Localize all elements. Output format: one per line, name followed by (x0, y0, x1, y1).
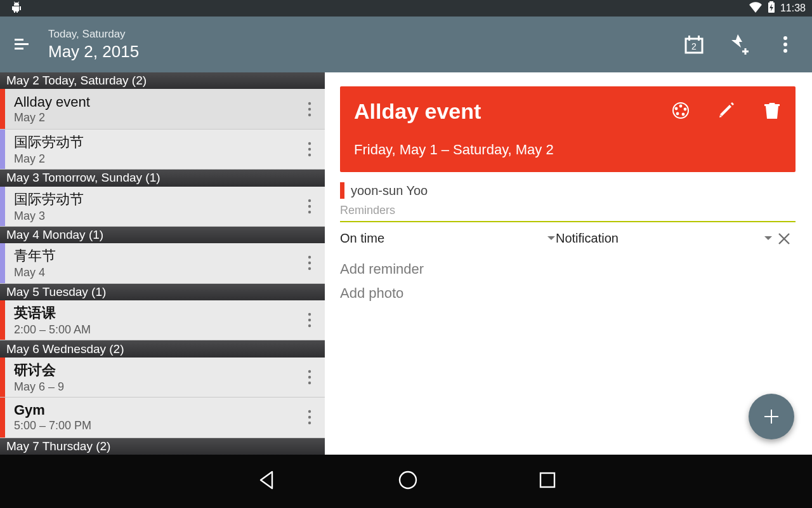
event-header-card: Allday event Friday, May 1 – Saturday, M… (340, 86, 796, 172)
event-color-swatch (0, 358, 5, 397)
event-time: 5:00 – 7:00 PM (14, 419, 294, 432)
event-time: May 4 (14, 266, 294, 279)
back-button[interactable] (256, 469, 277, 493)
event-time: May 2 (14, 152, 294, 166)
fab-add-button[interactable] (749, 394, 794, 439)
overflow-menu-button[interactable] (771, 30, 799, 58)
event-text: 国际劳动节May 3 (5, 190, 294, 223)
header-subtitle: Today, Saturday (48, 28, 680, 41)
android-status-bar: 11:38 (0, 0, 812, 17)
plus-icon (762, 407, 781, 426)
menu-button[interactable] (9, 39, 34, 50)
header-title-block[interactable]: Today, Saturday May 2, 2015 (48, 28, 680, 62)
event-row[interactable]: 青年节May 4 (0, 243, 325, 283)
section-divider (340, 221, 796, 222)
svg-rect-4 (698, 36, 700, 41)
event-row[interactable]: Gym5:00 – 7:00 PM (0, 398, 325, 438)
day-header: May 7 Thursday (2) (0, 438, 325, 455)
event-time: May 3 (14, 210, 294, 223)
app-header: Today, Saturday May 2, 2015 2 (0, 17, 812, 72)
svg-point-11 (308, 113, 311, 116)
svg-point-14 (308, 154, 311, 156)
event-row[interactable]: 国际劳动节May 3 (0, 187, 325, 227)
recent-apps-button[interactable] (539, 471, 556, 491)
svg-point-28 (308, 416, 311, 418)
day-header: May 3 Tomorrow, Sunday (1) (0, 170, 325, 186)
event-color-swatch (0, 89, 5, 128)
event-text: 国际劳动节May 2 (5, 133, 294, 166)
svg-point-24 (308, 370, 311, 373)
delete-button[interactable] (764, 101, 780, 123)
edit-button[interactable] (718, 101, 736, 123)
event-title: 研讨会 (14, 361, 294, 380)
day-header: May 2 Today, Saturday (2) (0, 72, 325, 89)
goto-today-button[interactable]: 2 (680, 30, 708, 58)
event-row[interactable]: 国际劳动节May 2 (0, 130, 325, 170)
owner-color-swatch (340, 182, 344, 199)
battery-charging-icon (768, 1, 775, 15)
svg-point-23 (308, 324, 311, 327)
wifi-icon (749, 1, 763, 15)
reminder-time-value: On time (340, 231, 547, 246)
chevron-down-icon (547, 236, 556, 242)
event-detail-panel: Allday event Friday, May 1 – Saturday, M… (325, 72, 812, 455)
svg-point-6 (783, 36, 787, 40)
svg-point-36 (400, 472, 416, 488)
reminder-time-dropdown[interactable]: On time (340, 231, 556, 246)
svg-point-31 (679, 104, 683, 107)
event-time: May 6 – 9 (14, 380, 294, 394)
svg-point-18 (308, 256, 311, 258)
event-color-swatch (0, 187, 5, 226)
event-more-button[interactable] (294, 312, 325, 328)
color-picker-button[interactable] (671, 101, 690, 123)
event-title: Gym (14, 402, 294, 418)
event-row[interactable]: Allday eventMay 2 (0, 89, 325, 129)
home-button[interactable] (398, 470, 418, 493)
event-row[interactable]: 英语课2:00 – 5:00 AM (0, 300, 325, 340)
quick-add-button[interactable] (726, 30, 754, 58)
event-color-swatch (0, 243, 5, 283)
svg-point-26 (308, 382, 311, 384)
event-more-button[interactable] (294, 410, 325, 425)
event-title: Allday event (14, 94, 294, 110)
remove-reminder-button[interactable] (773, 232, 796, 246)
event-title: 国际劳动节 (14, 190, 294, 209)
svg-rect-37 (540, 473, 554, 487)
event-title: 英语课 (14, 304, 294, 323)
agenda-list[interactable]: May 2 Today, Saturday (2)Allday eventMay… (0, 72, 325, 455)
svg-point-34 (676, 112, 679, 115)
event-title: Allday event (354, 99, 671, 124)
add-photo-button[interactable]: Add photo (340, 285, 796, 302)
calendar-owner-row: yoon-sun Yoo (340, 182, 796, 199)
event-more-button[interactable] (294, 102, 325, 117)
svg-point-9 (308, 102, 311, 104)
svg-point-7 (783, 43, 787, 46)
add-reminder-button[interactable]: Add reminder (340, 261, 796, 277)
event-title: 青年节 (14, 246, 294, 265)
reminder-type-dropdown[interactable]: Notification (556, 231, 773, 246)
svg-point-19 (308, 262, 311, 264)
event-more-button[interactable] (294, 370, 325, 385)
day-header: May 4 Monday (1) (0, 227, 325, 243)
event-date-range: Friday, May 1 – Saturday, May 2 (354, 142, 782, 158)
svg-point-15 (308, 199, 311, 202)
event-color-swatch (0, 300, 5, 340)
svg-point-21 (308, 313, 311, 316)
event-more-button[interactable] (294, 255, 325, 271)
event-more-button[interactable] (294, 142, 325, 157)
event-color-swatch (0, 130, 5, 169)
event-color-swatch (0, 398, 5, 437)
svg-point-16 (308, 205, 311, 208)
android-nav-bar (0, 455, 812, 508)
event-text: Allday eventMay 2 (5, 94, 294, 124)
owner-name: yoon-sun Yoo (351, 184, 428, 198)
svg-rect-0 (15, 39, 23, 41)
svg-text:2: 2 (691, 41, 697, 51)
event-more-button[interactable] (294, 199, 325, 214)
svg-point-8 (783, 49, 787, 53)
event-row[interactable]: 研讨会May 6 – 9 (0, 358, 325, 398)
day-header: May 5 Tuesday (1) (0, 284, 325, 300)
close-icon (777, 232, 791, 246)
android-logo-icon (11, 1, 22, 15)
svg-point-17 (308, 211, 311, 213)
